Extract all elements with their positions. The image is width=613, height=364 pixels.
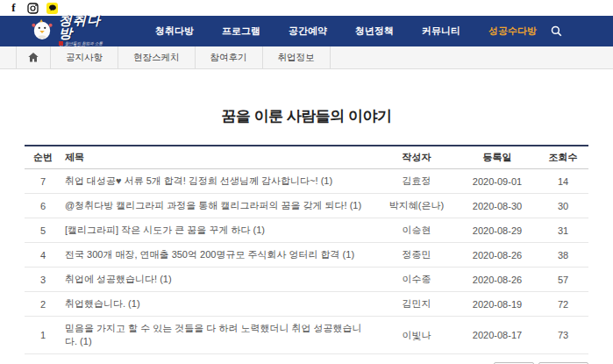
kakaotalk-icon[interactable] [46, 3, 58, 14]
board-header: 순번 제목 작성자 등록일 조회수 [25, 146, 588, 169]
post-views: 57 [538, 268, 588, 292]
post-title-link[interactable]: 믿음을 가지고 할 수 있는 것들을 다 하려 노력했더니 취업 성공했습니다.… [61, 317, 376, 354]
page-title: 꿈을 이룬 사람들의 이야기 [25, 106, 588, 126]
subnav-item-1[interactable]: 현장스케치 [118, 46, 195, 68]
post-title-link[interactable]: @청취다방 캘리그라피 과정을 통해 캘리그라퍼의 꿈을 갖게 되다! (1) [61, 194, 376, 218]
site-logo[interactable]: 청취다방 청년들의 취업과 소통이 있는 수다방 [30, 13, 103, 50]
post-views: 38 [538, 243, 588, 268]
post-author: 이빛나 [376, 317, 457, 354]
post-author: 박지혜(은나) [376, 194, 457, 218]
subnav-item-0[interactable]: 공지사항 [50, 46, 118, 68]
table-row: 7 취업 대성공♥ 서류 5개 합격! 김정희 선생님께 감사합니다~! (1)… [25, 169, 588, 194]
table-row: 5 [캘리그라피] 작은 시도가 큰 꿈을 꾸게 하다 (1) 이승현 2020… [25, 218, 588, 243]
subnav: 공지사항현장스케치참여후기취업정보 [0, 46, 613, 69]
post-date: 2020-08-26 [457, 268, 538, 292]
post-date: 2020-08-30 [457, 194, 538, 218]
post-title-link[interactable]: 취업 대성공♥ 서류 5개 합격! 김정희 선생님께 감사합니다~! (1) [61, 169, 376, 194]
post-views: 30 [538, 194, 588, 218]
row-number: 5 [25, 218, 61, 243]
nav-item-0[interactable]: 청취다방 [141, 25, 208, 38]
post-author: 김효정 [376, 169, 457, 194]
nav-item-3[interactable]: 청년정책 [341, 25, 408, 38]
row-number: 3 [25, 268, 61, 292]
row-number: 7 [25, 169, 61, 194]
nav-item-1[interactable]: 프로그램 [208, 25, 274, 38]
post-title-link[interactable]: [캘리그라피] 작은 시도가 큰 꿈을 꾸게 하다 (1) [61, 218, 376, 243]
main-navbar: 청취다방 청년들의 취업과 소통이 있는 수다방 청취다방프로그램공간예약청년정… [0, 16, 613, 46]
row-number: 1 [25, 317, 61, 354]
post-title-link[interactable]: 취업에 성공했습니다! (1) [61, 268, 376, 292]
nav-item-2[interactable]: 공간예약 [274, 25, 341, 38]
subnav-item-2[interactable]: 참여후기 [195, 46, 262, 68]
col-header-author: 작성자 [376, 146, 457, 169]
content: 꿈을 이룬 사람들의 이야기 순번 제목 작성자 등록일 조회수 7 취업 대성… [25, 106, 588, 364]
table-row: 2 취업했습니다. (1) 김민지 2020-08-19 72 [25, 292, 588, 317]
subnav-items: 공지사항현장스케치참여후기취업정보 [50, 46, 331, 68]
col-header-date: 등록일 [457, 146, 538, 169]
row-number: 4 [25, 243, 61, 268]
post-date: 2020-08-26 [457, 243, 538, 268]
post-views: 72 [538, 292, 588, 317]
table-row: 3 취업에 성공했습니다! (1) 이수종 2020-08-26 57 [25, 268, 588, 292]
nav-item-5[interactable]: 성공수다방 [474, 25, 551, 38]
col-header-no: 순번 [25, 146, 61, 169]
post-title-link[interactable]: 전국 300개 매장, 연매출 350억 200명규모 주식회사 엉터리 합격 … [61, 243, 376, 268]
post-date: 2020-08-17 [457, 317, 538, 354]
post-views: 31 [538, 218, 588, 243]
mascot-icon [30, 18, 54, 46]
table-row: 4 전국 300개 매장, 연매출 350억 200명규모 주식회사 엉터리 합… [25, 243, 588, 268]
board-body: 7 취업 대성공♥ 서류 5개 합격! 김정희 선생님께 감사합니다~! (1)… [25, 169, 588, 354]
home-icon[interactable] [16, 46, 50, 68]
instagram-icon[interactable] [27, 3, 39, 14]
nav-item-4[interactable]: 커뮤니티 [408, 25, 474, 38]
table-row: 1 믿음을 가지고 할 수 있는 것들을 다 하려 노력했더니 취업 성공했습니… [25, 317, 588, 354]
post-author: 김민지 [376, 292, 457, 317]
post-date: 2020-08-29 [457, 218, 538, 243]
post-title-link[interactable]: 취업했습니다. (1) [61, 292, 376, 317]
col-header-title: 제목 [61, 146, 376, 169]
post-date: 2020-08-19 [457, 292, 538, 317]
board-table: 순번 제목 작성자 등록일 조회수 7 취업 대성공♥ 서류 5개 합격! 김정… [25, 145, 588, 354]
post-author: 이수종 [376, 268, 457, 292]
post-views: 14 [538, 169, 588, 194]
subnav-item-3[interactable]: 취업정보 [262, 46, 331, 68]
post-views: 73 [538, 317, 588, 354]
post-date: 2020-09-01 [457, 169, 538, 194]
table-row: 6 @청취다방 캘리그라피 과정을 통해 캘리그라퍼의 꿈을 갖게 되다! (1… [25, 194, 588, 218]
search-icon[interactable] [551, 25, 562, 37]
row-number: 6 [25, 194, 61, 218]
post-author: 정종민 [376, 243, 457, 268]
facebook-icon[interactable]: f [8, 3, 19, 14]
navbar-menu: 청취다방프로그램공간예약청년정책커뮤니티성공수다방 [141, 25, 551, 38]
post-author: 이승현 [376, 218, 457, 243]
row-number: 2 [25, 292, 61, 317]
col-header-views: 조회수 [538, 146, 588, 169]
logo-title: 청취다방 [59, 13, 103, 39]
